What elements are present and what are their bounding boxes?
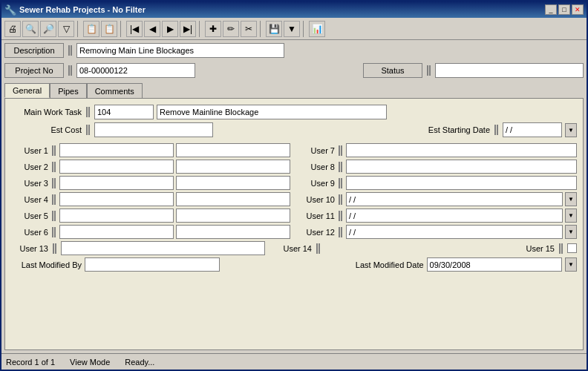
esd-sep-v2: [497, 125, 498, 135]
user-13-15-row: User 13 User 14 User 15: [11, 241, 577, 255]
est-starting-date-label: Est Starting Date: [428, 125, 490, 134]
proj-sep-v1: [68, 65, 70, 76]
user1-desc-input[interactable]: [176, 143, 290, 157]
user11-input[interactable]: [346, 209, 563, 223]
est-date-dropdown[interactable]: ▼: [565, 123, 577, 137]
status-label: Status: [363, 63, 422, 78]
user9-input[interactable]: [346, 176, 577, 190]
main-work-task-desc-input[interactable]: [157, 105, 387, 119]
status-input[interactable]: [435, 63, 584, 78]
user6-desc-input[interactable]: [176, 225, 290, 239]
toolbar-separator-1: [77, 21, 80, 37]
ec-sep-v1: [86, 125, 88, 135]
record-indicator: Record 1 of 1: [6, 358, 55, 367]
filter-button[interactable]: ▽: [58, 21, 74, 37]
paste-button[interactable]: 📋: [101, 21, 117, 37]
main-work-task-row: Main Work Task: [11, 105, 577, 119]
nav-last[interactable]: ▶|: [180, 21, 196, 37]
user13-code-input[interactable]: [61, 241, 265, 255]
user9-label: User 9: [298, 179, 335, 188]
user8-field: User 8: [298, 160, 577, 174]
user3-label: User 3: [11, 179, 48, 188]
est-cost-row: Est Cost Est Starting Date ▼: [11, 122, 577, 137]
user4-label: User 4: [11, 195, 48, 204]
last-modified-row: Last Modified By Last Modified Date ▼: [11, 257, 577, 272]
project-no-input[interactable]: [76, 63, 195, 78]
body-area: Description Project No Status: [1, 40, 587, 353]
user5-field: User 5: [11, 209, 290, 223]
status-bar: Record 1 of 1 View Mode Ready...: [1, 353, 587, 370]
copy-button[interactable]: 📋: [83, 21, 99, 37]
description-label: Description: [4, 43, 64, 58]
user5-desc-input[interactable]: [176, 209, 290, 223]
minimize-button[interactable]: _: [545, 4, 557, 15]
save-dropdown[interactable]: ▼: [284, 21, 300, 37]
user11-label: User 11: [298, 211, 335, 220]
user10-field: User 10 ▼: [298, 192, 577, 206]
user2-field: User 2: [11, 160, 290, 174]
last-modified-date-dropdown[interactable]: ▼: [565, 257, 577, 272]
description-input[interactable]: [76, 43, 284, 58]
add-button[interactable]: ✚: [205, 21, 221, 37]
user2-desc-input[interactable]: [176, 160, 290, 174]
user3-desc-input[interactable]: [176, 176, 290, 190]
user12-label: User 12: [298, 228, 335, 237]
est-cost-input[interactable]: [94, 122, 213, 137]
user4-desc-input[interactable]: [176, 192, 290, 206]
user15-label: User 15: [526, 244, 555, 253]
title-bar: 🔧 Sewer Rehab Projects - No Filter _ □ ✕: [1, 1, 587, 18]
user3-code-input[interactable]: [59, 176, 174, 190]
tab-pipes[interactable]: Pipes: [50, 83, 87, 98]
tab-content-general: Main Work Task Est Cost: [4, 98, 584, 350]
user4-code-input[interactable]: [59, 192, 174, 206]
project-no-label: Project No: [4, 63, 64, 78]
user6-code-input[interactable]: [59, 225, 174, 239]
user11-dropdown[interactable]: ▼: [565, 209, 577, 223]
nav-prev[interactable]: ◀: [144, 21, 160, 37]
main-work-task-num-input[interactable]: [94, 105, 154, 119]
last-modified-by-input[interactable]: [85, 257, 220, 272]
user2-label: User 2: [11, 162, 48, 171]
user1-code-input[interactable]: [59, 143, 174, 157]
user13-label: User 13: [11, 244, 48, 253]
user7-input[interactable]: [346, 143, 577, 157]
last-modified-by-label: Last Modified By: [11, 260, 82, 269]
desc-sep: [68, 45, 72, 56]
user8-input[interactable]: [346, 160, 577, 174]
maximize-button[interactable]: □: [558, 4, 570, 15]
print-button[interactable]: 🖨: [4, 21, 21, 37]
zoom-button[interactable]: 🔎: [40, 21, 56, 37]
user7-field: User 7: [298, 143, 577, 157]
status-sep-v2: [429, 65, 431, 76]
tabs: General Pipes Comments: [4, 83, 584, 98]
user9-field: User 9: [298, 176, 577, 190]
users-grid: User 1 User 7 User 2: [11, 143, 577, 239]
view-mode-indicator: View Mode: [70, 358, 110, 367]
user5-code-input[interactable]: [59, 209, 174, 223]
tab-general[interactable]: General: [4, 83, 50, 98]
window-title: Sewer Rehab Projects - No Filter: [19, 5, 542, 14]
search-button[interactable]: 🔍: [22, 21, 39, 37]
user10-dropdown[interactable]: ▼: [565, 192, 577, 206]
user14-label: User 14: [283, 244, 312, 253]
est-starting-date-input[interactable]: [503, 122, 562, 137]
user3-field: User 3: [11, 176, 290, 190]
tab-comments[interactable]: Comments: [87, 83, 143, 98]
user12-input[interactable]: [346, 225, 563, 239]
delete-button[interactable]: ✂: [241, 21, 257, 37]
user15-checkbox[interactable]: [567, 243, 577, 253]
user1-field: User 1: [11, 143, 290, 157]
nav-next[interactable]: ▶: [162, 21, 178, 37]
close-button[interactable]: ✕: [572, 4, 584, 15]
user10-label: User 10: [298, 195, 335, 204]
edit-button[interactable]: ✏: [223, 21, 239, 37]
status-sep: [427, 65, 431, 76]
user2-code-input[interactable]: [59, 160, 174, 174]
user12-dropdown[interactable]: ▼: [565, 225, 577, 239]
save-button[interactable]: 💾: [266, 21, 282, 37]
reports-button[interactable]: 📊: [309, 21, 325, 37]
user7-label: User 7: [298, 146, 335, 155]
last-modified-date-input[interactable]: [427, 257, 562, 272]
user10-input[interactable]: [346, 192, 563, 206]
nav-first[interactable]: |◀: [126, 21, 143, 37]
